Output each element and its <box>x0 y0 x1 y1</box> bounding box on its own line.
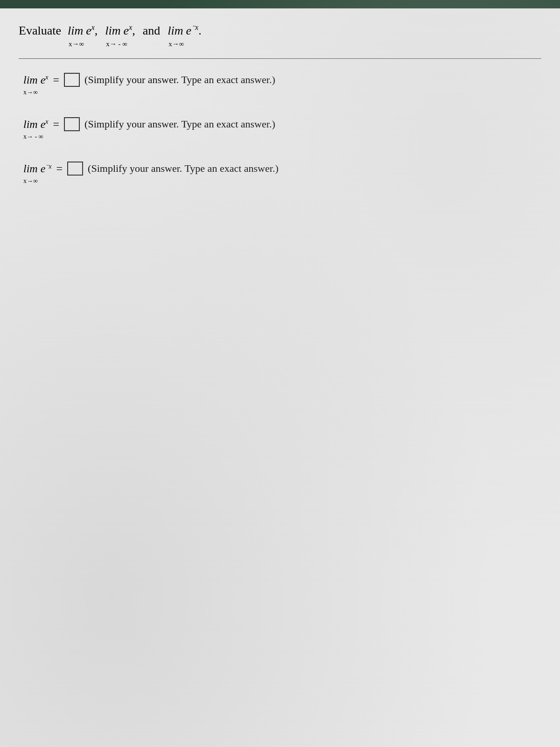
instruction-1: (Simplify your answer. Type an exact ans… <box>84 74 275 86</box>
answer-section-1: lim ex = (Simplify your answer. Type an … <box>19 73 541 96</box>
lim-1-label: lim <box>68 22 83 39</box>
ans-lim-3: lim e⁻x <box>23 162 52 175</box>
answer-input-box-2[interactable] <box>64 117 80 131</box>
answer-section-2: lim ex = (Simplify your answer. Type an … <box>19 117 541 141</box>
connector-and: and <box>143 22 161 39</box>
lim-2-label: lim <box>105 22 120 39</box>
expr-2: lim ex , x→ - ∞ <box>105 22 135 49</box>
expr-1: lim ex , x→∞ <box>68 22 98 49</box>
answer-row-1: lim ex = (Simplify your answer. Type an … <box>19 73 541 87</box>
problem-statement: Evaluate lim ex , x→∞ lim ex , x→ - ∞ <box>19 22 541 49</box>
expr-3: lim e⁻x . x→∞ <box>168 22 201 49</box>
lim-3-sub: x→∞ <box>168 39 184 49</box>
ans-1-sub-line: x→∞ <box>23 89 541 96</box>
ans-3-sub-line: x→∞ <box>23 177 541 185</box>
e-1: ex <box>86 22 95 39</box>
ans-2-sub-line: x→ - ∞ <box>23 133 541 141</box>
answer-input-box-1[interactable] <box>64 73 80 87</box>
lim-2-sub: x→ - ∞ <box>106 39 127 49</box>
content-area: Evaluate lim ex , x→∞ lim ex , x→ - ∞ <box>0 8 560 747</box>
e-2: ex <box>124 22 133 39</box>
lim-1-sub: x→∞ <box>69 39 84 49</box>
ans-lim-2: lim ex <box>23 118 49 131</box>
answer-input-box-3[interactable] <box>67 162 83 176</box>
answer-row-3: lim e⁻x = (Simplify your answer. Type an… <box>19 162 541 176</box>
ans-lim-1: lim ex <box>23 74 49 86</box>
ans-equals-2: = <box>53 118 60 131</box>
divider <box>19 58 541 59</box>
top-bar <box>0 0 560 8</box>
answer-row-2: lim ex = (Simplify your answer. Type an … <box>19 117 541 131</box>
ans-equals-1: = <box>53 74 60 86</box>
e-3: e⁻x <box>186 22 199 39</box>
instruction-3: (Simplify your answer. Type an exact ans… <box>88 162 279 175</box>
intro-text: Evaluate <box>19 22 61 39</box>
instruction-2: (Simplify your answer. Type an exact ans… <box>84 118 275 130</box>
ans-equals-3: = <box>56 162 63 175</box>
answer-section-3: lim e⁻x = (Simplify your answer. Type an… <box>19 162 541 185</box>
lim-3-label: lim <box>168 22 183 39</box>
